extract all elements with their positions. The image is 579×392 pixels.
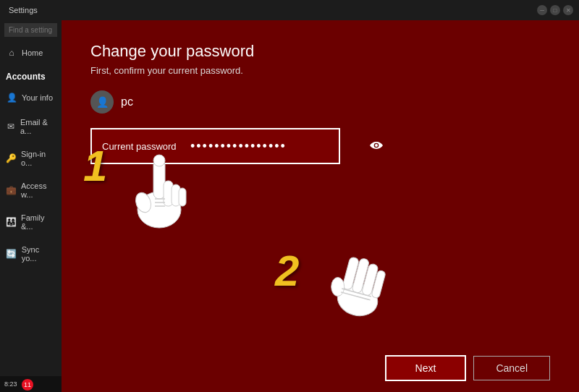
svg-point-2 [153,155,165,166]
sync-icon: 🔄 [6,248,17,260]
sidebar-item-label: Email & a... [20,118,56,135]
user-row: 👤 pc [90,90,550,114]
email-icon: ✉ [6,121,16,132]
cancel-button[interactable]: Cancel [473,356,550,380]
sidebar-item-email[interactable]: ✉ Email & a... [0,111,62,142]
sidebar: ⌂ Home Accounts 👤 Your info ✉ Email & a.… [0,20,62,392]
maximize-button[interactable]: □ [550,5,560,15]
sidebar-item-yourinfo[interactable]: 👤 Your info [0,85,62,111]
key-icon: 🔑 [6,153,17,164]
minimize-button[interactable]: ─ [537,5,547,15]
dialog-title: Change your password [90,42,550,61]
dialog-subtitle: First, confirm your current password. [90,65,550,76]
window-controls: ─ □ ✕ [537,5,573,15]
sidebar-item-home[interactable]: ⌂ Home [0,40,62,66]
annotation-1: 1 [83,141,107,191]
sidebar-item-label: Your info [22,93,53,102]
buttons-row: Next Cancel [385,355,550,381]
hand-cursor-1 [123,145,195,234]
search-input[interactable] [4,23,57,37]
password-input[interactable] [186,139,363,154]
person-icon: 👤 [6,92,17,103]
avatar: 👤 [90,90,114,114]
sidebar-item-label: Sign-in o... [21,150,56,167]
svg-point-15 [331,278,345,297]
family-icon: 👨‍👩‍👧 [6,216,17,228]
sidebar-item-label: Family &... [21,213,56,231]
work-icon: 💼 [6,184,17,196]
svg-rect-5 [179,188,186,206]
sidebar-item-family[interactable]: 👨‍👩‍👧 Family &... [0,206,62,238]
home-icon: ⌂ [6,47,17,59]
sidebar-item-signin[interactable]: 🔑 Sign-in o... [0,142,62,174]
annotation-2: 2 [275,246,299,296]
next-button[interactable]: Next [385,355,467,381]
sidebar-item-label: Sync yo... [22,245,56,263]
window-title: Settings [6,6,38,14]
avatar-icon: 👤 [96,96,109,108]
user-name: pc [121,95,133,108]
notification-badge[interactable]: 11 [22,379,33,391]
close-button[interactable]: ✕ [563,5,573,15]
show-password-icon[interactable] [363,142,390,150]
sidebar-item-label: Access w... [21,182,56,199]
accounts-label: Accounts [0,66,62,85]
sidebar-item-access[interactable]: 💼 Access w... [0,174,62,206]
sidebar-item-label: Home [22,48,43,57]
sidebar-item-sync[interactable]: 🔄 Sync yo... [0,238,62,270]
window-bar: Settings ─ □ ✕ [0,0,579,20]
time-display: 8:23 [4,380,17,388]
